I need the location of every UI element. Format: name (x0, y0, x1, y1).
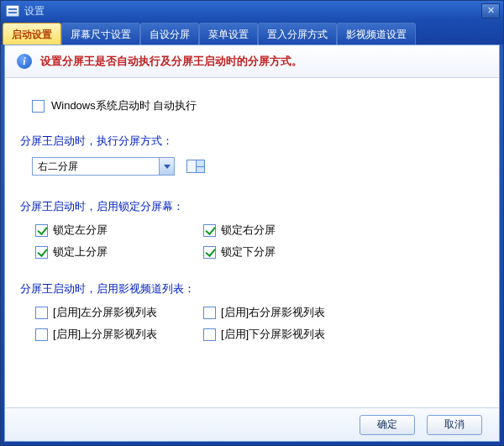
tab-video-channel[interactable]: 影视频道设置 (337, 23, 416, 45)
section-lock-label: 分屏王启动时，启用锁定分屏幕： (20, 199, 484, 214)
lock-top-label: 锁定上分屏 (53, 244, 108, 260)
video-left-item: [启用]左分屏影视列表 (35, 305, 203, 320)
lock-right-checkbox[interactable] (203, 224, 216, 237)
autorun-checkbox[interactable] (32, 100, 45, 113)
video-right-item: [启用]右分屏影视列表 (203, 305, 371, 320)
video-bottom-label: [启用]下分屏影视列表 (221, 327, 325, 342)
video-top-item: [启用]上分屏影视列表 (35, 327, 203, 342)
mode-combo-row: 右二分屏 (32, 157, 484, 176)
video-grid: [启用]左分屏影视列表 [启用]右分屏影视列表 [启用]上分屏影视列表 [启用]… (35, 305, 484, 342)
section-mode-label: 分屏王启动时，执行分屏方式： (20, 134, 484, 149)
lock-left-item: 锁定左分屏 (35, 223, 203, 238)
video-bottom-item: [启用]下分屏影视列表 (203, 327, 371, 342)
info-bar: i 设置分屏王是否自动执行及分屏王启动时的分屏方式。 (5, 45, 499, 78)
lock-bottom-checkbox[interactable] (203, 246, 216, 259)
section-video-label: 分屏王启动时，启用影视频道列表： (20, 281, 484, 296)
autorun-row: Windows系统启动时 自动执行 (32, 98, 484, 113)
window-title: 设置 (24, 4, 45, 18)
video-right-label: [启用]右分屏影视列表 (221, 305, 325, 320)
tab-menu-settings[interactable]: 菜单设置 (199, 23, 258, 45)
autorun-label: Windows系统启动时 自动执行 (51, 98, 197, 113)
window-controls: ✕ (481, 3, 500, 18)
content-area: i 设置分屏王是否自动执行及分屏王启动时的分屏方式。 Windows系统启动时 … (4, 45, 500, 442)
split-preview-icon (186, 160, 205, 173)
info-icon: i (17, 54, 32, 69)
lock-bottom-item: 锁定下分屏 (203, 244, 371, 260)
combo-dropdown-button[interactable] (159, 158, 174, 175)
video-left-label: [启用]左分屏影视列表 (53, 305, 157, 320)
chevron-down-icon (164, 165, 171, 169)
lock-right-label: 锁定右分屏 (221, 223, 276, 238)
video-top-checkbox[interactable] (35, 328, 48, 341)
video-top-label: [启用]上分屏影视列表 (53, 327, 157, 342)
cancel-button[interactable]: 取消 (427, 415, 482, 435)
mode-combo[interactable]: 右二分屏 (32, 157, 175, 176)
lock-grid: 锁定左分屏 锁定右分屏 锁定上分屏 锁定下分屏 (35, 223, 484, 260)
tab-startup[interactable]: 启动设置 (3, 23, 61, 45)
settings-window: 设置 ✕ 启动设置 屏幕尺寸设置 自设分屏 菜单设置 置入分屏方式 影视频道设置… (0, 0, 504, 446)
info-text: 设置分屏王是否自动执行及分屏王启动时的分屏方式。 (40, 54, 302, 69)
lock-left-label: 锁定左分屏 (53, 223, 108, 238)
lock-top-item: 锁定上分屏 (35, 244, 203, 260)
close-icon[interactable]: ✕ (481, 3, 500, 18)
app-icon (6, 5, 19, 17)
title-left: 设置 (6, 4, 45, 18)
body-area: Windows系统启动时 自动执行 分屏王启动时，执行分屏方式： 右二分屏 分屏… (5, 78, 499, 407)
tab-place-mode[interactable]: 置入分屏方式 (258, 23, 337, 45)
mode-combo-value: 右二分屏 (38, 160, 78, 174)
ok-button[interactable]: 确定 (360, 415, 415, 435)
tab-custom-split[interactable]: 自设分屏 (140, 23, 199, 45)
video-left-checkbox[interactable] (35, 307, 48, 319)
footer: 确定 取消 (5, 407, 499, 441)
lock-top-checkbox[interactable] (35, 246, 48, 259)
lock-bottom-label: 锁定下分屏 (221, 244, 276, 260)
lock-left-checkbox[interactable] (35, 224, 48, 237)
video-bottom-checkbox[interactable] (203, 328, 216, 341)
tab-screen-size[interactable]: 屏幕尺寸设置 (61, 23, 140, 45)
lock-right-item: 锁定右分屏 (203, 223, 371, 238)
tab-bar: 启动设置 屏幕尺寸设置 自设分屏 菜单设置 置入分屏方式 影视频道设置 (1, 21, 503, 45)
titlebar: 设置 ✕ (1, 1, 503, 21)
video-right-checkbox[interactable] (203, 307, 216, 319)
